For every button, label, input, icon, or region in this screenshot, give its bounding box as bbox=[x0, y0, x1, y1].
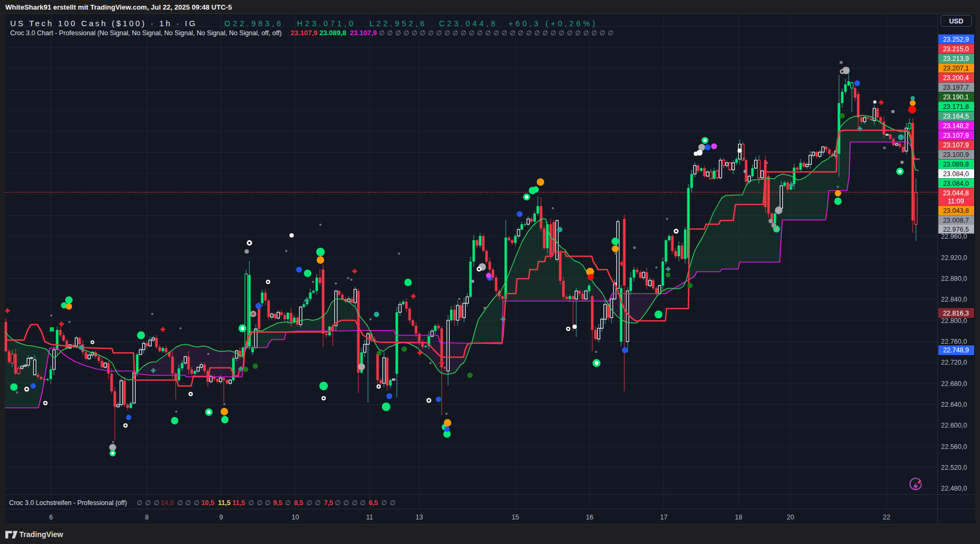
svg-text:8: 8 bbox=[145, 514, 149, 521]
svg-text:∅: ∅ bbox=[390, 499, 396, 507]
svg-text:22.960,0: 22.960,0 bbox=[941, 233, 967, 240]
svg-text:8,5: 8,5 bbox=[294, 499, 303, 507]
svg-text:∅: ∅ bbox=[335, 499, 341, 507]
svg-text:∅: ∅ bbox=[307, 499, 312, 507]
svg-text:∅: ∅ bbox=[343, 499, 349, 507]
svg-text:∅: ∅ bbox=[444, 29, 450, 37]
svg-text:∅: ∅ bbox=[501, 29, 507, 37]
svg-text:16: 16 bbox=[586, 514, 593, 521]
svg-text:O22.983,6: O22.983,6 bbox=[224, 19, 284, 28]
svg-text:∅: ∅ bbox=[543, 29, 548, 37]
svg-text:23.044,8: 23.044,8 bbox=[943, 190, 969, 197]
svg-text:23.107,9: 23.107,9 bbox=[943, 132, 969, 139]
svg-text:∅: ∅ bbox=[403, 29, 409, 37]
svg-text:USD: USD bbox=[949, 18, 963, 25]
svg-text:22.880,0: 22.880,0 bbox=[941, 275, 967, 282]
svg-text:US Tech 100 Cash ($100) · 1h ·: US Tech 100 Cash ($100) · 1h · IG bbox=[10, 19, 197, 28]
svg-text:23.164,5: 23.164,5 bbox=[943, 113, 969, 120]
svg-text:22.600,0: 22.600,0 bbox=[941, 422, 967, 429]
svg-text:23.100,9: 23.100,9 bbox=[943, 151, 969, 159]
svg-text:∅: ∅ bbox=[477, 29, 482, 37]
svg-text:∅: ∅ bbox=[583, 29, 589, 37]
svg-text:23.084,0: 23.084,0 bbox=[943, 170, 969, 178]
svg-text:∅: ∅ bbox=[526, 29, 531, 37]
svg-text:23.197,7: 23.197,7 bbox=[943, 84, 969, 91]
svg-text:11,5: 11,5 bbox=[232, 499, 245, 507]
svg-text:23.200,4: 23.200,4 bbox=[943, 74, 969, 82]
svg-text:∅: ∅ bbox=[551, 29, 556, 37]
svg-text:∅: ∅ bbox=[591, 29, 597, 37]
svg-text:∅: ∅ bbox=[420, 29, 425, 37]
svg-text:∅: ∅ bbox=[257, 499, 263, 507]
svg-text:22.920,0: 22.920,0 bbox=[941, 254, 967, 262]
svg-text:∅: ∅ bbox=[315, 499, 321, 507]
svg-text:∅: ∅ bbox=[145, 499, 151, 507]
svg-text:∅: ∅ bbox=[387, 29, 393, 37]
svg-text:∅: ∅ bbox=[352, 499, 358, 507]
svg-text:∅: ∅ bbox=[509, 29, 515, 37]
svg-text:11: 11 bbox=[366, 514, 373, 521]
svg-text:L22.952,6: L22.952,6 bbox=[370, 19, 427, 28]
svg-text:13: 13 bbox=[415, 514, 423, 521]
svg-text:WhiteShark91 erstellt mit Trad: WhiteShark91 erstellt mit TradingView.co… bbox=[5, 3, 232, 11]
svg-text:∅: ∅ bbox=[452, 29, 458, 37]
svg-text:∅: ∅ bbox=[265, 499, 271, 507]
svg-text:22.800,0: 22.800,0 bbox=[941, 317, 967, 325]
svg-text:23.252,9: 23.252,9 bbox=[943, 36, 969, 43]
svg-text:22.560,0: 22.560,0 bbox=[941, 443, 967, 451]
svg-text:TradingView: TradingView bbox=[19, 530, 63, 539]
svg-text:∅: ∅ bbox=[600, 29, 605, 37]
svg-text:∅: ∅ bbox=[381, 499, 387, 507]
svg-text:∅: ∅ bbox=[177, 499, 183, 507]
svg-text:18: 18 bbox=[735, 514, 742, 521]
svg-text:∅: ∅ bbox=[137, 499, 143, 507]
svg-text:22: 22 bbox=[883, 514, 890, 521]
svg-text:∅: ∅ bbox=[154, 499, 160, 507]
svg-text:22.640,0: 22.640,0 bbox=[941, 401, 967, 408]
svg-text:20: 20 bbox=[787, 514, 794, 521]
svg-text:23.008,7: 23.008,7 bbox=[943, 217, 969, 224]
svg-text:15: 15 bbox=[512, 514, 519, 521]
svg-text:∅: ∅ bbox=[379, 29, 385, 37]
svg-text:23.171,8: 23.171,8 bbox=[943, 103, 969, 111]
svg-text:23.107,9: 23.107,9 bbox=[943, 141, 969, 149]
svg-text:+60,3 (+0,26%): +60,3 (+0,26%) bbox=[508, 19, 598, 28]
svg-text:22.680,0: 22.680,0 bbox=[941, 380, 967, 388]
svg-text:∅: ∅ bbox=[248, 499, 254, 507]
svg-text:23.213,9: 23.213,9 bbox=[943, 55, 969, 62]
svg-text:22.480,0: 22.480,0 bbox=[941, 485, 967, 492]
svg-text:22.720,0: 22.720,0 bbox=[941, 359, 967, 366]
svg-text:23.207,1: 23.207,1 bbox=[943, 65, 969, 72]
svg-text:23.148,2: 23.148,2 bbox=[943, 122, 969, 130]
svg-text:23.043,8: 23.043,8 bbox=[943, 207, 969, 215]
svg-text:22.748,9: 22.748,9 bbox=[943, 346, 969, 354]
svg-text:∅: ∅ bbox=[436, 29, 442, 37]
svg-text:∅: ∅ bbox=[575, 29, 581, 37]
svg-text:23.089,8: 23.089,8 bbox=[943, 161, 969, 168]
svg-text:∅: ∅ bbox=[567, 29, 572, 37]
svg-text:22.816,3: 22.816,3 bbox=[943, 310, 969, 317]
svg-text:∅: ∅ bbox=[360, 499, 366, 507]
svg-text:11:09: 11:09 bbox=[948, 198, 964, 205]
svg-text:∅: ∅ bbox=[493, 29, 499, 37]
svg-text:6: 6 bbox=[49, 514, 53, 521]
svg-text:7,5: 7,5 bbox=[324, 499, 333, 507]
svg-text:9: 9 bbox=[219, 514, 223, 521]
svg-text:Croc 3.0 Lochstreifen - Profes: Croc 3.0 Lochstreifen - Professional (of… bbox=[9, 499, 127, 507]
svg-text:∅: ∅ bbox=[469, 29, 474, 37]
svg-text:∅: ∅ bbox=[608, 29, 613, 37]
svg-text:23.215,0: 23.215,0 bbox=[943, 45, 969, 53]
svg-text:17: 17 bbox=[660, 514, 668, 521]
svg-text:22.760,0: 22.760,0 bbox=[941, 338, 967, 345]
svg-text:∅: ∅ bbox=[461, 29, 466, 37]
svg-text:10: 10 bbox=[292, 514, 299, 521]
svg-text:∅: ∅ bbox=[412, 29, 417, 37]
svg-text:14,0: 14,0 bbox=[161, 499, 174, 507]
svg-text:9,5: 9,5 bbox=[273, 499, 282, 507]
svg-text:∅: ∅ bbox=[185, 499, 191, 507]
svg-text:C23.044,8: C23.044,8 bbox=[439, 19, 498, 28]
svg-text:∅: ∅ bbox=[559, 29, 564, 37]
svg-text:Croc 3.0 Chart - Professional: Croc 3.0 Chart - Professional (No Signal… bbox=[10, 29, 282, 37]
svg-text:∅: ∅ bbox=[534, 29, 539, 37]
svg-text:23.190,1: 23.190,1 bbox=[943, 93, 969, 101]
